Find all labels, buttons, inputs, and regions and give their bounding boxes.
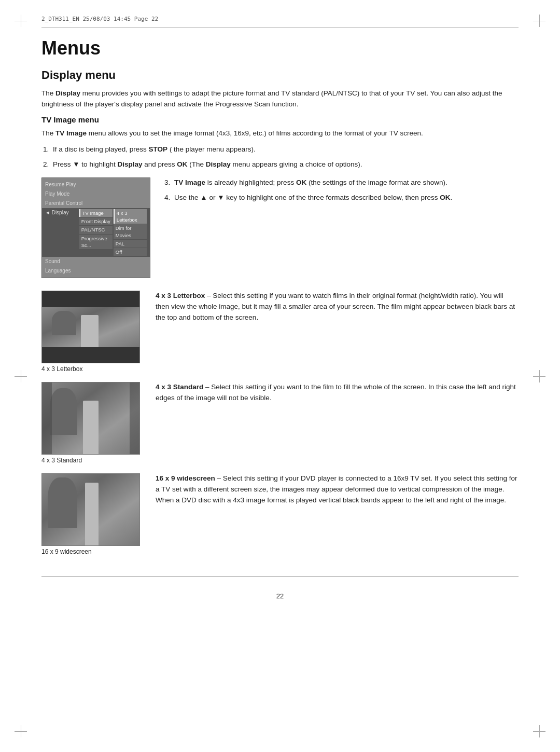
widescreen-thumbnail-block: 16 x 9 widescreen	[41, 473, 140, 555]
menu-row-playmode: Play Mode	[42, 189, 150, 199]
crosshair-top-right	[533, 15, 545, 27]
menu-row-resume: Resume Play	[42, 180, 150, 189]
widescreen-section: 16 x 9 widescreen 16 x 9 widescreen – Se…	[41, 473, 519, 555]
widescreen-arch	[48, 477, 77, 528]
menu-label-parental: Parental Control	[45, 200, 86, 207]
standard-img-content	[42, 382, 139, 454]
widescreen-caption: 16 x 9 widescreen	[41, 548, 92, 555]
standard-title-bold: 4 x 3 Standard	[156, 383, 203, 391]
step-3: TV Image is already highlighted; press O…	[172, 177, 519, 188]
header-meta: 2_DTH311_EN 25/08/03 14:45 Page 22	[41, 16, 519, 22]
submenu-progressive: Progressive Sc...	[79, 235, 113, 250]
menu-screenshot: Resume Play Play Mode Parental Control ◄…	[41, 177, 150, 279]
letterbox-thumbnail-block: 4 x 3 Letterbox	[41, 291, 140, 373]
section-title: Display menu	[41, 69, 519, 82]
tv-image-bold: TV Image	[55, 129, 87, 137]
menu-label-resume: Resume Play	[45, 181, 86, 188]
standard-band-left	[42, 382, 52, 454]
ok-bold-2: OK	[296, 179, 306, 186]
standard-section: 4 x 3 Standard 4 x 3 Standard – Select t…	[41, 382, 519, 464]
submenu-front-display: Front Display	[79, 217, 113, 225]
display-bold-3: Display	[206, 160, 231, 168]
standard-image	[41, 382, 140, 455]
letterbox-title-bold: 4 x 3 Letterbox	[156, 292, 205, 299]
standard-band-right	[130, 382, 139, 454]
letterbox-img-content	[42, 291, 139, 363]
page-title: Menus	[41, 37, 519, 59]
menu-label-playmode: Play Mode	[45, 190, 86, 198]
crosshair-mid-left	[15, 370, 27, 382]
ok-bold-3: OK	[440, 194, 450, 201]
submenu-letterbox: 4 x 3 Letterbox	[114, 209, 147, 224]
widescreen-image	[41, 473, 140, 546]
submenu-off: Off	[114, 248, 147, 256]
crosshair-bottom-right	[533, 725, 545, 737]
submenu-pal-ntsc: PAL/NTSC	[79, 226, 113, 234]
letterbox-caption: 4 x 3 Letterbox	[41, 365, 82, 373]
steps-list: If a disc is being played, press STOP ( …	[51, 144, 519, 170]
page-wrapper: 2_DTH311_EN 25/08/03 14:45 Page 22 Menus…	[0, 0, 560, 752]
menu-row-parental: Parental Control	[42, 199, 150, 208]
menu-row-languages: Languages	[42, 266, 150, 276]
widescreen-img-content	[42, 474, 139, 545]
widescreen-description: 16 x 9 widescreen – Select this setting …	[156, 473, 519, 506]
steps-continued-list: TV Image is already highlighted; press O…	[172, 177, 519, 203]
menu-cols: TV Image Front Display PAL/NTSC Progress…	[79, 209, 147, 256]
letterbox-scene	[42, 307, 139, 347]
tv-image-bold-3: TV Image	[174, 179, 205, 186]
letterbox-description: 4 x 3 Letterbox – Select this setting if…	[156, 291, 519, 323]
crosshair-bottom-left	[15, 725, 27, 737]
standard-arch	[50, 388, 77, 435]
submenu-pal: PAL	[114, 240, 147, 248]
menu-row-display: ◄ Display TV Image Front Display PAL/NTS…	[42, 208, 150, 257]
standard-figure	[83, 401, 99, 455]
submenu-tv-image: TV Image	[79, 209, 113, 217]
tv-image-menu-title: TV Image menu	[41, 115, 519, 124]
letterbox-image	[41, 291, 140, 363]
letterbox-figure	[81, 315, 99, 347]
menu-row-sound: Sound	[42, 257, 150, 266]
steps-right: TV Image is already highlighted; press O…	[163, 177, 519, 211]
stop-bold: STOP	[149, 145, 168, 153]
bottom-rule	[41, 576, 519, 577]
display-bold-1: Display	[55, 89, 80, 97]
letterbox-bar-bottom	[42, 347, 139, 363]
step-1: If a disc is being played, press STOP ( …	[51, 144, 519, 155]
submenu-col-2: 4 x 3 Letterbox Dim for Movies PAL Off	[114, 209, 147, 256]
letterbox-arch	[52, 311, 76, 335]
submenu-dim: Dim for Movies	[114, 224, 147, 239]
menu-label-sound: Sound	[45, 258, 86, 265]
intro-paragraph: The Display menu provides you with setti…	[41, 88, 519, 110]
step-4: Use the ▲ or ▼ key to highlight one of t…	[172, 193, 519, 203]
standard-caption: 4 x 3 Standard	[41, 457, 82, 464]
top-rule	[41, 28, 519, 28]
menu-label-display: ◄ Display	[45, 209, 79, 256]
widescreen-figure	[85, 483, 99, 545]
letterbox-section: 4 x 3 Letterbox 4 x 3 Letterbox – Select…	[41, 291, 519, 373]
menu-steps-block: Resume Play Play Mode Parental Control ◄…	[41, 177, 519, 279]
page-number: 22	[41, 592, 519, 600]
submenu-col-1: TV Image Front Display PAL/NTSC Progress…	[79, 209, 113, 256]
widescreen-title-bold: 16 x 9 widescreen	[156, 474, 215, 482]
standard-thumbnail-block: 4 x 3 Standard	[41, 382, 140, 464]
crosshair-mid-right	[533, 370, 545, 382]
step-2: Press ▼ to highlight Display and press O…	[51, 159, 519, 170]
letterbox-bar-top	[42, 291, 139, 307]
crosshair-top-left	[15, 15, 27, 27]
ok-bold-1: OK	[177, 160, 187, 168]
tv-image-intro: The TV Image menu allows you to set the …	[41, 128, 519, 139]
standard-description: 4 x 3 Standard – Select this setting if …	[156, 382, 519, 404]
menu-label-languages: Languages	[45, 267, 86, 275]
display-bold-2: Display	[117, 160, 142, 168]
